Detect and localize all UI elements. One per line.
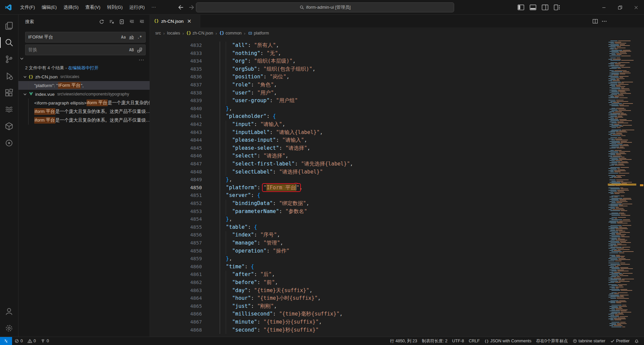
match-case-button[interactable]: Aa (120, 33, 127, 41)
minimap-line (608, 95, 624, 96)
breadcrumb-item-zhcnjson[interactable]: {}zh-CN.json (185, 30, 214, 36)
toggle-search-details-button[interactable]: ··· (138, 57, 145, 62)
activity-extensions-icon[interactable] (0, 84, 18, 101)
search-result-summary: 2 文件中有 4 个结果 - 在编辑器中打开 (25, 65, 146, 71)
menu-item[interactable]: ··· (148, 3, 160, 12)
breadcrumb-separator: › (244, 31, 245, 36)
minimap-line (611, 312, 631, 313)
customize-layout-icon[interactable] (553, 4, 561, 11)
toggle-panel-icon[interactable] (529, 4, 537, 11)
minimap-line (608, 132, 627, 132)
match-result-row[interactable]: "platform": "IForm 平台", (18, 81, 150, 90)
breadcrumb-item-src[interactable]: src (155, 30, 162, 36)
toggle-replace-button[interactable] (19, 52, 24, 66)
activity-explorer-icon[interactable] (0, 17, 18, 34)
status-prettier[interactable]: Prettier (608, 337, 632, 345)
more-actions-icon[interactable] (601, 18, 607, 24)
chevron-down-icon[interactable] (22, 75, 28, 79)
status-remote-indicator[interactable] (0, 337, 12, 345)
activity-ext-package-icon[interactable] (0, 118, 18, 135)
breadcrumb-item-locales[interactable]: locales (166, 30, 181, 36)
toggle-secondary-sidebar-icon[interactable] (541, 4, 549, 11)
minimap-line (608, 282, 621, 283)
minimize-window-button[interactable] (596, 0, 612, 15)
toggle-primary-sidebar-icon[interactable] (517, 4, 525, 11)
activity-search-icon[interactable] (0, 34, 18, 51)
file-result-row[interactable]: {}zh-CN.jsonsrc\locales (18, 72, 150, 81)
minimap-line (610, 296, 624, 296)
file-result-row[interactable]: index.vuesrc\views\demo\components\typog… (18, 90, 150, 98)
activity-run-debug-icon[interactable] (0, 68, 18, 84)
activity-settings-icon[interactable] (0, 320, 18, 337)
menu-item[interactable]: 文件(F) (17, 3, 38, 12)
status-warnings[interactable]: 0 (25, 337, 38, 345)
match-result-row[interactable]: iform 平台是一个庞大且复杂的体系。这类产品不仅量级… (18, 116, 150, 125)
line-number: 4868 (150, 326, 202, 334)
status-eol[interactable]: CRLF (466, 337, 482, 345)
status-errors[interactable]: 0 (12, 337, 25, 345)
preserve-case-button[interactable]: AB (128, 46, 135, 54)
menu-item[interactable]: 选择(S) (60, 3, 82, 12)
status-ports[interactable]: 0 (38, 337, 51, 345)
open-in-editor-link[interactable]: 在编辑器中打开 (68, 65, 99, 70)
line-content: }, (213, 105, 232, 113)
use-regex-button[interactable]: .* (136, 33, 143, 41)
clear-results-icon[interactable] (108, 18, 115, 25)
replace-input[interactable]: 替换 AB (25, 45, 146, 55)
close-window-button[interactable] (628, 0, 644, 15)
minimap-line (611, 123, 628, 123)
minimap[interactable] (608, 40, 636, 333)
restore-window-button[interactable] (612, 0, 628, 15)
status-tabnine[interactable]: tabnine starter (570, 337, 608, 345)
minimap-line (608, 170, 626, 171)
editor-scrollbar[interactable] (639, 40, 644, 337)
tab-zh-cn-json[interactable]: {} zh-CN.json ✕ (150, 15, 200, 27)
open-new-search-editor-icon[interactable] (118, 18, 125, 25)
match-result-row[interactable]: iform 平台是一个庞大且复杂的体系。这类产品不仅量级… (18, 107, 150, 116)
code-line-4838: 4838 "user": "用户", (150, 89, 644, 97)
search-results-tree: {}zh-CN.jsonsrc\locales"platform": "IFor… (18, 72, 150, 125)
menu-item[interactable]: 查看(V) (82, 3, 104, 12)
chevron-down-icon[interactable] (22, 92, 28, 96)
breadcrumb-item-platform[interactable]: platform (247, 30, 270, 36)
menu-item[interactable]: 转到(G) (104, 3, 126, 12)
line-number: 4839 (150, 97, 202, 105)
split-editor-icon[interactable] (592, 18, 598, 24)
status-notifications[interactable] (632, 337, 641, 345)
collapse-all-icon[interactable] (138, 18, 146, 25)
status-indentation[interactable]: 制表符长度: 2 (420, 337, 450, 345)
activity-ext-circle-icon[interactable] (0, 135, 18, 151)
menu-item[interactable]: 运行(R) (126, 3, 148, 12)
line-content: "user": "用户", (213, 89, 277, 97)
activity-accounts-icon[interactable] (0, 303, 18, 320)
line-content: "hour": "{time}小时{suffix}", (213, 294, 321, 302)
expand-all-icon[interactable] (128, 18, 136, 25)
breadcrumb-item-common[interactable]: {}common (219, 30, 242, 36)
error-icon (14, 339, 19, 343)
minimap-line (611, 147, 624, 147)
activity-ext-wave-icon[interactable] (0, 101, 18, 118)
forward-arrow-icon[interactable] (189, 4, 196, 11)
status-abnormal-punctuation[interactable]: 存在0个异常标点 (534, 337, 570, 345)
match-result-row[interactable]: <iform-paragraph ellipsis>iform 平台是一个庞大且… (18, 98, 150, 107)
tab-close-icon[interactable]: ✕ (186, 18, 193, 24)
indent-guide (226, 200, 226, 215)
status-language-mode[interactable]: {}JSON with Comments (482, 337, 534, 345)
status-text: CRLF (469, 339, 480, 343)
command-center-search[interactable]: iform-admin-ui [管理员] (196, 2, 454, 12)
minimap-line (611, 93, 631, 94)
activity-source-control-icon[interactable] (0, 51, 18, 68)
search-input[interactable]: IFORM 平台 Aaab.* (25, 32, 146, 43)
status-encoding[interactable]: UTF-8 (450, 337, 466, 345)
replace-all-button[interactable] (136, 46, 143, 54)
editor-group: {} zh-CN.json ✕ src›locales›{}zh-CN.json… (150, 15, 644, 337)
code-editor[interactable]: 4832 "all": "所有人",4833 "nothing": "无",48… (150, 42, 644, 337)
back-arrow-icon[interactable] (176, 4, 184, 11)
line-number: 4866 (150, 310, 202, 318)
match-whole-word-button[interactable]: ab (128, 33, 135, 41)
menu-item[interactable]: 编辑(E) (38, 3, 60, 12)
status-cursor-position[interactable]: 行 4850, 列 23 (388, 337, 420, 345)
status-text: UTF-8 (452, 339, 464, 343)
refresh-icon[interactable] (98, 18, 105, 25)
minimap-line (610, 223, 628, 223)
